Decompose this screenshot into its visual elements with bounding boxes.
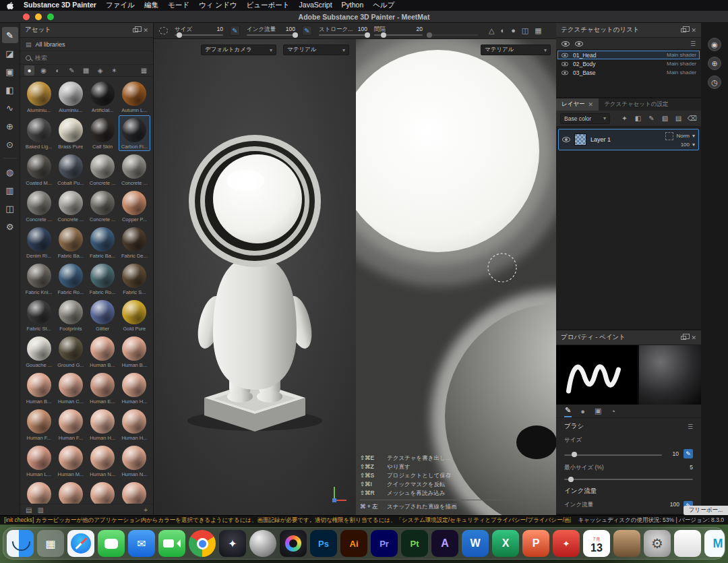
tool-quick-mask[interactable]: ◍ [2,164,18,180]
toolbar-slider-2[interactable] [319,34,367,36]
dock-red-utility[interactable]: ✦ [553,530,580,557]
dock-calendar[interactable]: 7月13 [583,530,610,557]
asset-13[interactable]: Concrete ... [55,188,86,224]
properties-tab-stroke[interactable]: ◔ [610,406,616,417]
close-panel-icon[interactable]: ✕ [143,27,148,34]
asset-18[interactable]: Fabric Ba... [87,225,119,260]
viewport-3d[interactable]: デフォルトカメラ ▾ マテリアル ▾ [154,39,356,515]
asset-43[interactable]: Human N... [119,443,150,479]
camera-select[interactable]: デフォルトカメラ ▾ [201,45,276,55]
eye-icon[interactable] [562,53,568,57]
slider-knob[interactable] [365,32,370,38]
menu-item-6[interactable]: JavaScript [299,1,332,10]
asset-11[interactable]: Concrete ... [119,152,150,187]
texture-set-03_Base[interactable]: 03_BaseMain shader [557,68,700,77]
viewport-2d[interactable]: マテリアル ▾ ⇧⌘Eテクスチャを書き出し...⇧⌘Zやり直す⇧⌘Sプロジェクト… [356,39,556,515]
tool-paint[interactable]: ✎ [2,27,18,43]
asset-19[interactable]: Fabric De... [119,225,150,260]
min-size-slider[interactable] [564,479,693,480]
toolbar-slider-3[interactable] [374,34,423,36]
asset-31[interactable]: Human B... [119,334,150,369]
overlay-history-button[interactable]: ◷ [708,76,721,89]
texture-set-02_Body[interactable]: 02_BodyMain shader [557,59,700,68]
eye-icon[interactable] [562,61,568,65]
float-panel-icon[interactable] [681,336,686,340]
perspective-icon[interactable]: △ [489,26,494,35]
add-effect-icon[interactable]: ✦ [619,113,630,123]
grid-view-icon[interactable]: ▦ [139,65,149,76]
shading-mode-select-2d[interactable]: マテリアル ▾ [481,45,551,55]
asset-20[interactable]: Fabric Kni... [23,261,55,297]
layer-opacity[interactable]: 100 [681,142,690,148]
float-panel-icon[interactable] [133,28,138,32]
delete-layer-icon[interactable]: ⌫ [687,113,697,123]
menu-item-8[interactable]: ヘルプ [373,1,394,10]
asset-1[interactable]: Aluminiu... [55,79,86,115]
asset-29[interactable]: Ground G... [55,334,86,369]
freeform-window-button[interactable]: フリーボー... [684,506,728,515]
asset-10[interactable]: Concrete ... [87,152,119,187]
menu-item-3[interactable]: モード [168,1,189,10]
add-fill-layer-icon[interactable]: ◧ [633,113,643,123]
dock-substance-painter[interactable]: Pt [401,530,428,557]
brush-stroke-preview[interactable] [556,345,638,405]
size-pressure-toggle[interactable]: ✎ [684,449,693,458]
asset-12[interactable]: Concrete ... [23,188,55,224]
tab-layers[interactable]: レイヤー ✕ [556,98,599,111]
slider-knob[interactable] [381,32,386,38]
add-mask-placeholder[interactable] [665,132,673,140]
dock-davinci-resolve[interactable] [280,530,307,557]
close-tab-icon[interactable]: ✕ [588,101,594,108]
sphere-preview-icon[interactable]: ● [511,26,516,35]
tool-polygon-fill[interactable]: ◧ [2,82,18,98]
dock-mail[interactable]: ✉ [128,530,155,557]
asset-41[interactable]: Human M... [55,443,86,479]
properties-tab-stencil[interactable]: ▣ [594,405,602,417]
shading-mode-select-3d[interactable]: マテリアル ▾ [283,45,349,55]
menu-item-2[interactable]: 編集 [144,1,158,10]
asset-3[interactable]: Autumn L... [119,79,150,115]
search-input[interactable] [35,55,148,61]
tool-stencil[interactable]: ▥ [2,182,18,198]
tool-projection[interactable]: ▣ [2,63,18,80]
blend-mode[interactable]: Norm [676,133,690,139]
lasso-icon[interactable] [159,27,168,34]
asset-14[interactable]: Concrete ... [87,188,119,224]
asset-35[interactable]: Human H... [119,370,150,406]
asset-5[interactable]: Brass Pure [55,115,86,151]
asset-28[interactable]: Gouache ... [23,334,55,369]
dock-metal-sphere-app[interactable] [249,530,276,557]
add-folder-icon[interactable]: ▤ [673,113,684,123]
dock-facetime[interactable] [158,530,185,557]
asset-33[interactable]: Human C... [55,370,86,406]
asset-9[interactable]: Cobalt Pu... [55,152,86,187]
toolbar-slider-0[interactable] [175,34,223,36]
asset-16[interactable]: Denim Ri... [23,225,55,260]
dock-premiere-pro[interactable]: Pr [371,530,398,557]
asset-22[interactable]: Fabric Ro... [87,261,119,297]
asset-15[interactable]: Copper P... [119,188,150,224]
add-paint-layer-icon[interactable]: ✎ [646,113,657,123]
properties-tab-brush[interactable]: ✎ [564,405,572,417]
asset-40[interactable]: Human L... [23,443,55,479]
add-asset-button[interactable]: + [144,506,148,514]
menu-item-4[interactable]: ウィ ンドウ [199,1,237,10]
asset-0[interactable]: Aluminiu... [23,79,55,115]
filter-environments-icon[interactable]: ✶ [109,65,119,76]
dock-finder[interactable] [7,530,34,557]
float-panel-icon[interactable] [681,28,686,32]
dock-excel[interactable]: X [492,530,519,557]
overlay-sphere-button[interactable]: ◉ [708,38,721,51]
asset-44[interactable]: Human N... [23,479,55,504]
asset-4[interactable]: Baked Lig... [23,115,55,151]
asset-38[interactable]: Human H... [87,407,119,442]
dock-notes[interactable] [674,530,701,557]
eye-icon[interactable] [575,41,583,47]
asset-32[interactable]: Human B... [23,370,55,406]
symmetry-icon[interactable]: ◫ [522,26,528,35]
filter-materials-icon[interactable]: ● [24,65,34,76]
size-slider[interactable] [564,454,662,456]
asset-6[interactable]: Calf Skin [87,115,119,151]
asset-27[interactable]: Gold Pure [119,297,150,333]
tool-geometry-mask[interactable]: ◫ [2,200,18,216]
